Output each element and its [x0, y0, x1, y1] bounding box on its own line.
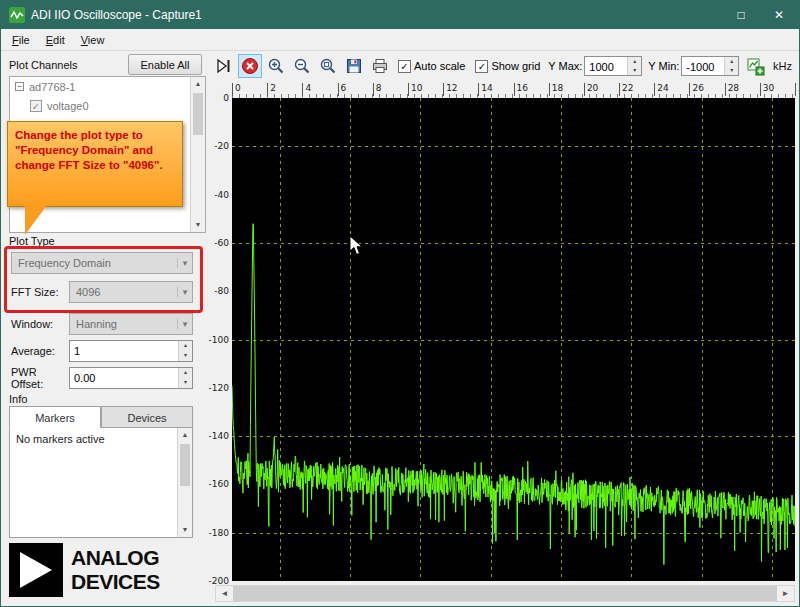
window-row: Window: Hanning ▾ [11, 313, 193, 335]
spin-up-icon[interactable]: ▴ [725, 57, 738, 66]
device-row[interactable]: − ad7768-1 [10, 77, 205, 96]
markers-scrollbar-thumb[interactable] [180, 444, 190, 486]
maximize-button[interactable]: □ [725, 1, 757, 29]
y-min-value[interactable]: -1000 [682, 57, 724, 75]
zoom-in-icon[interactable] [264, 54, 288, 78]
h-scrollbar-track[interactable] [233, 586, 777, 601]
spin-down-icon[interactable]: ▾ [179, 378, 192, 388]
print-icon[interactable] [368, 54, 392, 78]
fft-size-label: FFT Size: [11, 286, 69, 298]
scroll-right-icon[interactable]: ► [777, 586, 794, 601]
spin-down-icon[interactable]: ▾ [725, 66, 738, 75]
menu-edit[interactable]: Edit [38, 31, 73, 49]
x-axis-tick-label: 4 [302, 83, 311, 96]
y-axis-tick-label: -40 [214, 190, 229, 200]
analog-devices-logo: ANALOG DEVICES [9, 543, 160, 597]
enable-all-button[interactable]: Enable All [128, 54, 202, 75]
chevron-down-icon: ▾ [177, 287, 192, 297]
info-tabs: Markers Devices [9, 406, 193, 428]
menu-view[interactable]: View [73, 31, 113, 49]
spin-up-icon[interactable]: ▴ [179, 341, 192, 351]
app-window: ADI IIO Oscilloscope - Capture1 □ ✕ File… [0, 0, 800, 607]
channel-row[interactable]: ✓ voltage0 [10, 96, 205, 115]
x-axis-tick-label: 28 [725, 83, 739, 96]
window-title: ADI IIO Oscilloscope - Capture1 [31, 8, 719, 22]
info-label: Info [9, 393, 27, 405]
y-axis-tick-label: -80 [214, 286, 229, 296]
plot-type-dropdown[interactable]: Frequency Domain ▾ [11, 252, 193, 274]
average-value[interactable]: 1 [70, 341, 178, 361]
scroll-down-icon[interactable]: ▼ [191, 218, 205, 232]
y-max-stepper[interactable]: 1000 ▴ ▾ [584, 56, 642, 76]
scroll-up-icon[interactable]: ▲ [178, 428, 192, 442]
y-axis-tick-label: -180 [209, 528, 229, 538]
y-min-control: Y Min: -1000 ▴ ▾ [648, 56, 739, 76]
tree-expander-icon[interactable]: − [15, 82, 24, 91]
menu-file[interactable]: File [4, 31, 38, 49]
x-axis-tick-label: 0 [232, 83, 241, 96]
scroll-down-icon[interactable]: ▼ [178, 523, 192, 537]
tree-scrollbar-track[interactable] [191, 91, 205, 218]
tab-markers[interactable]: Markers [9, 406, 101, 428]
single-capture-icon[interactable] [212, 54, 236, 78]
y-axis-tick-label: -100 [209, 335, 229, 345]
pwr-offset-value[interactable]: 0.00 [70, 368, 178, 388]
x-axis-tick-label: 12 [443, 83, 457, 96]
new-plot-icon[interactable] [743, 54, 767, 78]
x-axis-tick-label: 16 [514, 83, 528, 96]
pwr-offset-stepper[interactable]: 0.00 ▴ ▾ [69, 367, 193, 389]
plot-channels-header: Plot Channels Enable All [1, 51, 208, 76]
content-area: Plot Channels Enable All − ad7768-1 ✓ vo… [1, 51, 799, 606]
show-grid-checkbox[interactable]: ✓ Show grid [475, 60, 540, 73]
y-max-value[interactable]: 1000 [585, 57, 627, 75]
spin-down-icon[interactable]: ▾ [628, 66, 641, 75]
fft-plot-canvas[interactable] [232, 98, 795, 581]
h-scrollbar-thumb[interactable] [233, 586, 777, 601]
plot-row: 0-20-40-60-80-100-120-140-160-180-200 [208, 98, 799, 581]
pwr-offset-row: PWR Offset: 0.00 ▴ ▾ [11, 367, 193, 389]
tree-scrollbar[interactable]: ▲ ▼ [190, 77, 205, 232]
scroll-left-icon[interactable]: ◄ [216, 586, 233, 601]
plot-h-scrollbar[interactable]: ◄ ► [215, 585, 795, 602]
logo-text: ANALOG DEVICES [71, 546, 160, 594]
x-axis-tick-label: 22 [619, 83, 633, 96]
y-axis-labels: 0-20-40-60-80-100-120-140-160-180-200 [208, 98, 232, 581]
markers-scrollbar-track[interactable] [178, 442, 192, 523]
scroll-up-icon[interactable]: ▲ [191, 77, 205, 91]
stop-capture-icon[interactable] [238, 54, 262, 78]
average-stepper[interactable]: 1 ▴ ▾ [69, 340, 193, 362]
callout-text: Change the plot type to "Frequency Domai… [15, 129, 163, 171]
tree-scrollbar-thumb[interactable] [193, 93, 203, 135]
check-icon[interactable]: ✓ [475, 60, 488, 73]
fft-size-value: 4096 [76, 286, 177, 298]
instruction-callout: Change the plot type to "Frequency Domai… [7, 121, 183, 207]
x-axis-tick-label: 20 [584, 83, 598, 96]
zoom-out-icon[interactable] [290, 54, 314, 78]
fft-size-dropdown[interactable]: 4096 ▾ [69, 281, 193, 303]
check-icon[interactable]: ✓ [398, 60, 411, 73]
plot-pane: ✓ Auto scale ✓ Show grid Y Max: 1000 ▴ ▾ [208, 51, 799, 606]
title-bar: ADI IIO Oscilloscope - Capture1 □ ✕ [1, 1, 799, 29]
plot-type-value: Frequency Domain [18, 257, 177, 269]
voltage0-checkbox[interactable]: ✓ [30, 100, 42, 112]
spin-up-icon[interactable]: ▴ [179, 368, 192, 378]
spin-down-icon[interactable]: ▾ [179, 351, 192, 361]
spin-up-icon[interactable]: ▴ [628, 57, 641, 66]
y-min-label: Y Min: [648, 60, 679, 72]
save-plot-icon[interactable] [342, 54, 366, 78]
tab-devices[interactable]: Devices [101, 406, 193, 428]
x-axis-tick-label: 10 [408, 83, 422, 96]
markers-scrollbar[interactable]: ▲ ▼ [177, 428, 192, 537]
pwr-offset-label: PWR Offset: [11, 366, 69, 390]
zoom-fit-icon[interactable] [316, 54, 340, 78]
markers-panel: No markers active ▲ ▼ [9, 428, 193, 538]
x-axis-tick-label: 2 [267, 83, 276, 96]
adi-triangle-icon [9, 543, 63, 597]
x-axis-tick-label: 18 [549, 83, 563, 96]
auto-scale-checkbox[interactable]: ✓ Auto scale [398, 60, 465, 73]
close-button[interactable]: ✕ [763, 1, 795, 29]
y-min-stepper[interactable]: -1000 ▴ ▾ [681, 56, 739, 76]
window-dropdown[interactable]: Hanning ▾ [69, 313, 193, 335]
sidebar: Plot Channels Enable All − ad7768-1 ✓ vo… [1, 51, 208, 606]
auto-scale-label: Auto scale [414, 60, 465, 72]
